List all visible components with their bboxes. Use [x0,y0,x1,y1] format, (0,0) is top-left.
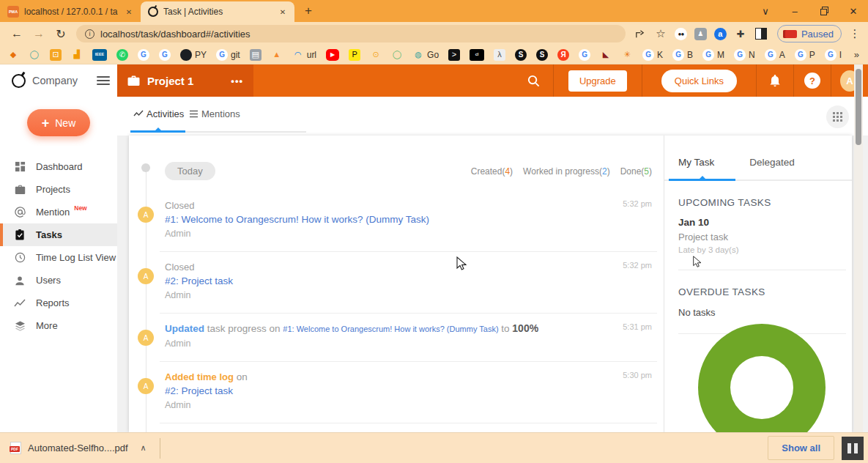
extension-a-icon[interactable]: a [714,28,727,40]
quick-links-button[interactable]: Quick Links [661,70,737,92]
sidebar-item-dashboard[interactable]: Dashboard [0,155,117,178]
company-name: Company [32,75,90,86]
upgrade-button[interactable]: Upgrade [568,70,627,92]
donut-chart [698,324,826,432]
browser-tab-activities[interactable]: Task | Activities ✕ [141,1,294,22]
close-window-icon[interactable]: ✕ [839,0,868,22]
sidebar-item-time-log-list-view[interactable]: Time Log List View [0,246,117,269]
project-menu-icon[interactable]: ••• [231,75,243,86]
tab-close-icon[interactable]: ✕ [277,6,289,18]
help-icon[interactable]: ? [804,73,820,89]
notifications-bell-icon[interactable] [757,64,793,97]
browser-menu-icon[interactable]: ⋮ [847,27,862,40]
pma-icon[interactable]: ▲ [271,49,283,61]
apps-grid-button[interactable] [826,105,849,128]
sidebar-item-projects[interactable]: Projects [0,178,117,201]
pause-overlay-button[interactable] [842,437,864,460]
hamburger-menu-icon[interactable] [97,76,110,85]
browser-tab-phpmyadmin[interactable]: PMA localhost / 127.0.0.1 / task | php ✕ [0,1,141,22]
google-icon[interactable]: GA [765,49,785,61]
tab-close-icon[interactable]: ✕ [123,6,135,18]
task-link[interactable]: #2: Project task [165,275,233,286]
s-icon[interactable]: S [515,49,527,61]
go-icon[interactable]: ◍Go [412,49,439,61]
youtube-icon[interactable]: ▶ [326,49,339,61]
s-icon[interactable]: S [536,49,548,61]
yandex-icon[interactable]: Я [557,49,569,61]
search-icon[interactable] [515,64,553,97]
new-button[interactable]: + New [27,109,90,136]
bird-icon[interactable]: > [448,49,460,61]
google-icon[interactable]: GK [642,49,663,61]
google-icon[interactable]: GI [825,49,842,61]
sidebar-item-mention[interactable]: MentionNew [0,201,117,223]
speedtest-icon[interactable]: ◠url [292,49,316,61]
bookmark-label: B [687,50,693,60]
google-icon[interactable]: GB [672,49,693,61]
sidebar-item-users[interactable]: Users [0,269,117,292]
runner-icon[interactable]: λ [494,49,505,61]
share-icon[interactable] [631,25,649,42]
tab-delegated[interactable]: Delegated [749,157,795,168]
restore-window-icon[interactable] [809,0,839,22]
stat-worked-in-progress[interactable]: Worked in progress(2) [523,166,610,177]
paused-extension-pill[interactable]: Paused [777,25,842,42]
google-icon[interactable]: G [579,49,590,61]
extension-person-icon[interactable]: ♟ [694,28,707,40]
bookmark-star-icon[interactable]: ☆ [652,25,669,42]
google-icon[interactable]: G [138,49,149,61]
browser-profile-icon[interactable] [755,28,767,40]
ieee-icon[interactable]: IEEE [92,49,107,61]
reload-icon[interactable]: ↻ [51,24,70,43]
minimize-icon[interactable]: – [780,0,809,22]
feed-header: Today Created(4)Worked in progress(2)Don… [129,136,664,180]
stat-created[interactable]: Created(4) [471,166,513,177]
google-icon[interactable]: GN [734,49,755,61]
stat-done[interactable]: Done(5) [620,166,652,177]
ring-icon[interactable]: ◯ [391,49,403,61]
extension-panda-icon[interactable]: ●● [675,28,687,40]
address-bar[interactable]: i localhost/task/dashboard#/activities [76,25,626,42]
tab-search-chevron-icon[interactable]: ∨ [751,0,780,22]
task-link[interactable]: #1: Welcome to Orangescrum! How it works… [283,325,498,333]
maroon-icon[interactable]: ◣ [600,49,612,61]
browser-scrollbar[interactable] [854,64,863,432]
bookmarks-overflow-chevron[interactable]: » [853,49,861,60]
whatsapp-icon[interactable]: ✆ [116,49,128,61]
task-link[interactable]: #1: Welcome to Orangescrum! How it works… [165,214,429,225]
chevron-up-icon[interactable]: ∧ [141,443,146,453]
download-item[interactable]: Automated-Selfho....pdf ∧ [10,442,146,454]
eye-icon[interactable]: ✳ [621,49,633,61]
cl-icon[interactable]: cl [470,49,484,61]
tab-mentions[interactable]: Mentions [189,108,240,119]
new-tab-button[interactable]: + [299,1,318,21]
tab-my-task[interactable]: My Task [678,157,714,168]
camera2-icon[interactable]: ⊙ [370,49,382,61]
google-icon[interactable]: GM [702,49,724,61]
task-link[interactable]: #2: Project task [165,385,233,396]
scrollbar-thumb[interactable] [856,69,861,145]
sidebar-item-reports[interactable]: Reports [0,292,117,314]
google-icon[interactable]: G [159,49,171,61]
analytics-icon[interactable]: ▟ [71,49,83,61]
site-info-icon[interactable]: i [85,29,94,39]
back-icon[interactable]: ← [7,24,26,43]
upcoming-task-link[interactable]: Project task [678,232,839,242]
google-icon[interactable]: GP [795,49,815,61]
camera-icon[interactable]: ⊡ [50,49,62,61]
project-selector[interactable]: Project 1 ••• [117,64,253,97]
sidebar-item-more[interactable]: More [0,314,117,337]
tab-activities[interactable]: Activities [133,108,184,119]
kite-icon[interactable]: ◆ [7,49,19,61]
p-icon[interactable]: P [349,49,360,61]
bookmark-label: git [231,50,240,60]
github-icon[interactable]: PY [180,49,207,61]
show-all-button[interactable]: Show all [768,436,834,460]
dashboard-icon [13,161,26,172]
swirl-icon[interactable]: ◯ [29,49,40,61]
sidebar-item-tasks[interactable]: Tasks [0,223,117,246]
extensions-puzzle-icon[interactable]: ✚ [732,25,749,42]
forward-icon[interactable]: → [29,24,48,43]
archive-icon[interactable]: ▤ [250,49,261,61]
google-icon[interactable]: Ggit [216,49,240,61]
